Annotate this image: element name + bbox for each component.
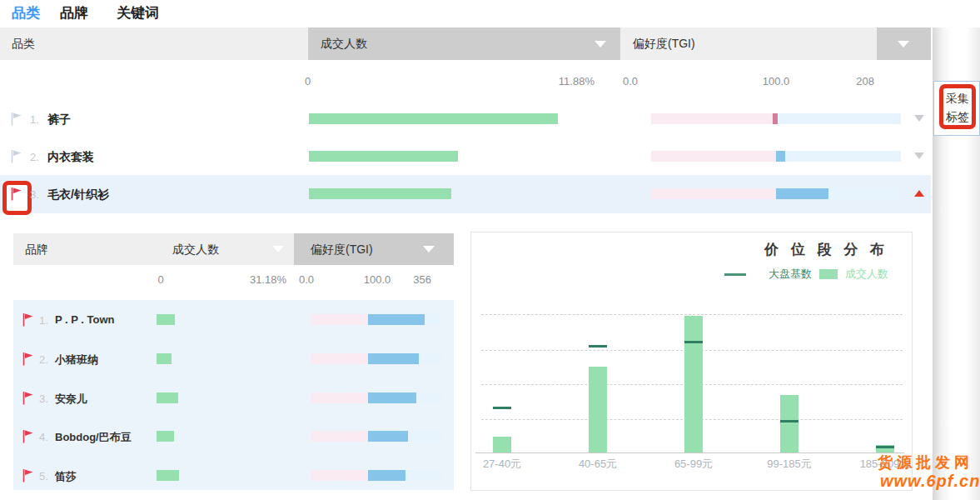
- row-name[interactable]: 内衣套装: [47, 150, 94, 165]
- tgi-bar: [651, 151, 901, 162]
- buyers-bar: [309, 113, 558, 124]
- tgi-track-low: [651, 113, 776, 124]
- x-axis-label: 27-40元: [455, 457, 550, 472]
- x-axis-label: 65-99元: [646, 457, 741, 472]
- row-name[interactable]: 毛衣/针织衫: [47, 188, 109, 202]
- pref-axis-mid: 100.0: [756, 75, 796, 88]
- tab-keyword[interactable]: 关键词: [117, 3, 159, 22]
- tgi-track-low: [311, 392, 368, 403]
- tgi-marker: [368, 392, 416, 403]
- flag-icon[interactable]: [22, 312, 34, 327]
- baseline-dash-marker: [876, 446, 894, 448]
- pref-axis-min: 0.0: [623, 75, 638, 88]
- row-sort-icon[interactable]: [914, 152, 924, 159]
- buyers-bar: [309, 188, 451, 199]
- row-rank: 2.: [39, 353, 48, 366]
- row-name[interactable]: P . P . Town: [55, 313, 115, 326]
- row-name[interactable]: 安奈儿: [55, 392, 87, 407]
- brand-header-left: [13, 233, 294, 265]
- buyers-axis-min: 0: [305, 75, 311, 88]
- brand-row[interactable]: 1. P . P . Town: [13, 301, 454, 339]
- tgi-marker: [776, 151, 785, 162]
- buyers-bar: [309, 151, 458, 162]
- buyers-column-bar: [589, 367, 607, 452]
- tgi-track-low: [651, 151, 776, 162]
- baseline-dash-marker: [780, 420, 798, 422]
- tgi-bar: [311, 392, 441, 403]
- flag-icon[interactable]: [22, 391, 34, 405]
- brand-row[interactable]: 3. 安奈儿: [13, 379, 454, 418]
- baseline-dash-marker: [493, 407, 511, 409]
- tgi-marker: [368, 431, 408, 442]
- row-rank: 1.: [30, 113, 39, 126]
- tag-button[interactable]: 标签: [943, 108, 972, 126]
- flag-icon[interactable]: [22, 468, 34, 482]
- tab-brand[interactable]: 品牌: [60, 3, 88, 22]
- tgi-marker: [368, 470, 405, 481]
- watermark-url: www.6pf.cn: [880, 472, 980, 491]
- row-rank: 1.: [39, 314, 48, 327]
- brand-pref-axis-max: 356: [406, 273, 431, 286]
- price-band-chart-panel: 价 位 段 分 布 大盘基数 成交人数 27-40元 40-65元 65-99元…: [470, 232, 913, 491]
- tgi-track-high: [776, 151, 901, 162]
- row-name[interactable]: 笛莎: [55, 469, 77, 484]
- tab-category[interactable]: 品类: [12, 3, 40, 22]
- brand-pref-axis-min: 0.0: [299, 273, 314, 286]
- row-rank: 4.: [39, 431, 48, 443]
- baseline-dash-marker: [589, 345, 607, 348]
- brand-buyers-axis-min: 0: [152, 273, 169, 286]
- row-rank: 5.: [39, 470, 48, 482]
- buyers-sort-dropdown-icon[interactable]: [594, 41, 606, 48]
- tgi-track-low: [651, 188, 776, 199]
- watermark-text: 货源批发网: [878, 452, 973, 472]
- tgi-track-high: [776, 113, 901, 124]
- brand-pref-sort-icon[interactable]: [423, 246, 435, 252]
- category-row[interactable]: 1. 裤子: [0, 100, 931, 138]
- tgi-marker: [368, 353, 419, 364]
- chart-plot: [471, 232, 912, 452]
- brand-pref-axis-mid: 100.0: [359, 273, 395, 286]
- brand-header-buyers[interactable]: 成交人数: [172, 233, 219, 265]
- row-rank: 2.: [30, 151, 39, 163]
- tgi-track-low: [311, 314, 368, 325]
- row-name[interactable]: 小猪班纳: [55, 352, 98, 368]
- header-cell-buyers[interactable]: 成交人数: [308, 28, 620, 60]
- brand-header-brand: 品牌: [25, 233, 48, 265]
- tgi-marker: [368, 314, 425, 325]
- tgi-track-low: [311, 470, 368, 481]
- x-axis-line: [475, 452, 904, 453]
- collect-tag-annotation-box: 采集 标签: [939, 84, 976, 129]
- buyers-column-bar: [493, 437, 511, 452]
- buyers-bar: [157, 431, 174, 442]
- buyers-bar: [157, 470, 179, 481]
- flag-icon[interactable]: [22, 429, 34, 443]
- category-row-selected[interactable]: 3. 毛衣/针织衫: [0, 175, 931, 213]
- row-name[interactable]: Bobdog/巴布豆: [55, 430, 132, 445]
- tgi-marker: [776, 188, 828, 199]
- flag-icon[interactable]: [10, 149, 22, 163]
- tgi-bar: [311, 470, 441, 481]
- flag-icon[interactable]: [10, 187, 22, 201]
- brand-row[interactable]: 2. 小猪班纳: [13, 340, 454, 378]
- pref-axis-max: 208: [841, 75, 874, 88]
- row-rank: 3.: [30, 188, 39, 201]
- buyers-column-bar: [780, 395, 798, 452]
- brand-buyers-sort-icon[interactable]: [272, 246, 284, 252]
- row-sort-icon[interactable]: [914, 190, 924, 197]
- tgi-bar: [651, 188, 901, 199]
- tgi-bar: [311, 314, 441, 325]
- preference-sort-dropdown-icon[interactable]: [898, 41, 909, 48]
- brand-row[interactable]: 5. 笛莎: [13, 457, 454, 495]
- buyers-bar: [157, 314, 175, 325]
- x-axis-label: 99-185元: [742, 457, 837, 472]
- row-sort-icon[interactable]: [914, 115, 924, 122]
- collect-button[interactable]: 采集: [943, 89, 972, 108]
- brand-buyers-axis-max: 31.18%: [236, 273, 286, 286]
- buyers-bar: [157, 392, 178, 403]
- header-cell-category: 品类: [0, 28, 308, 60]
- flag-icon[interactable]: [10, 112, 22, 126]
- brand-row[interactable]: 4. Bobdog/巴布豆: [13, 418, 454, 456]
- flag-icon[interactable]: [22, 352, 34, 366]
- category-row[interactable]: 2. 内衣套装: [0, 138, 931, 176]
- row-name[interactable]: 裤子: [47, 112, 71, 128]
